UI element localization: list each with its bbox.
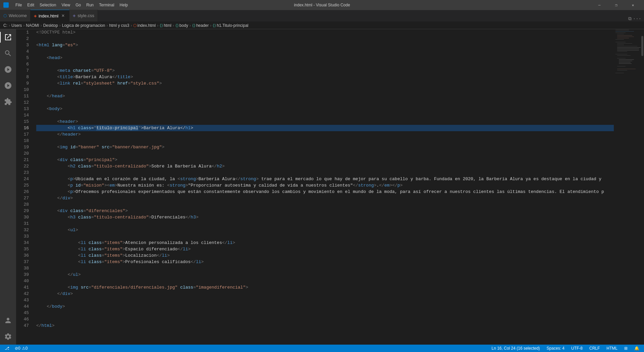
breadcrumb-users[interactable]: Users <box>11 23 22 28</box>
line-number-22: 22 <box>16 163 29 169</box>
minimap <box>614 29 641 345</box>
titlebar-left: File Edit Selection View Go Run Terminal… <box>3 2 130 8</box>
line-number-5: 5 <box>16 55 29 61</box>
breadcrumb-desktop[interactable]: Desktop <box>43 23 58 28</box>
tab-welcome-icon: ⬡ <box>3 13 7 18</box>
breadcrumb-index-label[interactable]: index.html <box>137 23 156 28</box>
code-line-31 <box>36 220 614 227</box>
editor-area: 1234567891011121314151617181920212223242… <box>16 29 644 345</box>
menu-run[interactable]: Run <box>84 2 96 8</box>
breadcrumb-html-tag[interactable]: ⟨⟩ <box>160 23 163 28</box>
tab-index-close[interactable]: ✕ <box>60 13 66 18</box>
tab-index-html[interactable]: ◈ index.html ✕ <box>31 10 69 21</box>
breadcrumb-index-html[interactable]: ⬡ <box>133 23 137 28</box>
line-number-4: 4 <box>16 48 29 55</box>
menu-view[interactable]: View <box>59 2 73 8</box>
svg-rect-22 <box>619 63 632 64</box>
line-number-21: 21 <box>16 157 29 163</box>
code-line-5: <head> <box>36 55 614 61</box>
code-line-13: <body> <box>36 106 614 112</box>
minimize-button[interactable]: — <box>592 0 607 10</box>
breadcrumb-h1-tag[interactable]: ⟨⟩ <box>213 23 216 28</box>
breadcrumb-c[interactable]: C: <box>3 23 7 28</box>
code-line-17: </header> <box>36 131 614 138</box>
notifications-icon[interactable]: 🔔 <box>633 345 641 352</box>
code-line-22: <h2 class="titulo-centralizado">Sobre la… <box>36 163 614 169</box>
code-line-44: </body> <box>36 303 614 310</box>
breadcrumb-naomi[interactable]: NAOMI <box>26 23 39 28</box>
code-content[interactable]: <!DOCTYPE html> <html lang="es"> <head> … <box>33 29 614 345</box>
vscode-icon <box>3 2 9 8</box>
breadcrumb-body[interactable]: body <box>179 23 188 28</box>
activity-git[interactable] <box>0 61 16 78</box>
breadcrumb-html-css3[interactable]: html y css3 <box>109 23 129 28</box>
code-line-2 <box>36 36 614 42</box>
line-number-14: 14 <box>16 112 29 118</box>
menu-go[interactable]: Go <box>73 2 84 8</box>
language-mode[interactable]: HTML <box>605 345 619 352</box>
menu-help[interactable]: Help <box>117 2 131 8</box>
more-actions-button[interactable]: ··· <box>633 16 641 21</box>
line-number-44: 44 <box>16 303 29 310</box>
breadcrumb-html[interactable]: html <box>164 23 171 28</box>
menu-selection[interactable]: Selection <box>37 2 59 8</box>
svg-rect-0 <box>615 30 629 30</box>
menu-edit[interactable]: Edit <box>24 2 37 8</box>
code-line-27: </div> <box>36 195 614 201</box>
code-editor[interactable]: 1234567891011121314151617181920212223242… <box>16 29 644 345</box>
scrollbar-thumb[interactable] <box>641 36 643 56</box>
cursor-position[interactable]: Ln 16, Col 24 (16 selected) <box>490 345 541 352</box>
code-line-24: <p>Ubicada en el corazón de la ciudad, l… <box>36 176 614 182</box>
activity-extensions[interactable] <box>0 94 16 110</box>
split-editor-button[interactable]: ⧉ <box>628 16 632 21</box>
menu-terminal[interactable]: Terminal <box>96 2 117 8</box>
code-line-47: </html> <box>36 322 614 329</box>
close-button[interactable]: ✕ <box>625 0 641 10</box>
line-number-40: 40 <box>16 278 29 284</box>
activity-search[interactable] <box>0 45 16 61</box>
tab-html-icon: ◈ <box>34 14 37 18</box>
errors-count[interactable]: ⊘ 0 ⚠ 0 <box>13 345 29 352</box>
line-number-42: 42 <box>16 291 29 297</box>
code-line-30: <h3 class="titulo-centralizado">Diferenc… <box>36 214 614 220</box>
tab-welcome[interactable]: ⬡ Welcome <box>0 10 31 21</box>
encoding[interactable]: UTF-8 <box>570 345 584 352</box>
svg-rect-5 <box>617 37 634 37</box>
code-line-41: <img src="diferenciales/diferenciales.jp… <box>36 284 614 291</box>
activity-account[interactable] <box>0 312 16 329</box>
code-line-10 <box>36 87 614 93</box>
tab-style-css[interactable]: ◈ style.css <box>69 10 98 21</box>
line-number-32: 32 <box>16 227 29 233</box>
breadcrumb-header-tag[interactable]: ⟨⟩ <box>192 23 196 28</box>
code-line-14 <box>36 112 614 118</box>
line-number-34: 34 <box>16 240 29 246</box>
code-line-25: <p id="mision"><em>Nuestra misión es: <s… <box>36 182 614 189</box>
tabbar: ⬡ Welcome ◈ index.html ✕ ◈ style.css ⧉ ·… <box>0 10 644 22</box>
titlebar: File Edit Selection View Go Run Terminal… <box>0 0 644 10</box>
line-ending[interactable]: CRLF <box>588 345 601 352</box>
svg-rect-10 <box>617 45 624 45</box>
menu-file[interactable]: File <box>13 2 24 8</box>
activity-explorer[interactable] <box>0 29 16 45</box>
line-number-28: 28 <box>16 201 29 208</box>
line-number-23: 23 <box>16 169 29 176</box>
layout-icon[interactable]: ⊞ <box>623 345 629 352</box>
svg-rect-15 <box>617 51 627 52</box>
restore-button[interactable]: ❐ <box>608 0 624 10</box>
line-number-31: 31 <box>16 220 29 227</box>
breadcrumb: C: › Users › NAOMI › Desktop › Logica de… <box>0 22 644 29</box>
activity-debug[interactable] <box>0 78 16 94</box>
vertical-scrollbar[interactable] <box>641 29 644 345</box>
git-branch[interactable]: ⎇ <box>3 345 11 352</box>
breadcrumb-h1[interactable]: h1.Titulo-principal <box>217 23 248 28</box>
breadcrumb-header[interactable]: header <box>196 23 209 28</box>
breadcrumb-body-tag[interactable]: ⟨⟩ <box>175 23 179 28</box>
indentation[interactable]: Spaces: 4 <box>545 345 566 352</box>
statusbar-left: ⎇ ⊘ 0 ⚠ 0 <box>3 345 29 352</box>
svg-rect-20 <box>619 61 632 61</box>
activity-settings[interactable] <box>0 329 16 345</box>
breadcrumb-logica[interactable]: Logica de programacion <box>62 23 105 28</box>
line-number-29: 29 <box>16 208 29 214</box>
svg-rect-1 <box>615 31 634 32</box>
svg-rect-18 <box>617 58 626 58</box>
